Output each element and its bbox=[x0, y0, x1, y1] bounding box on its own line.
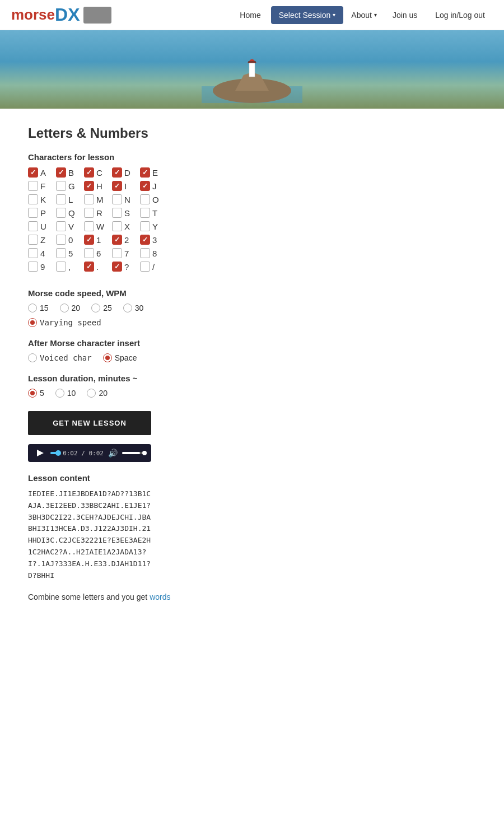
checkbox-V[interactable] bbox=[56, 221, 66, 231]
duration-5[interactable]: 5 bbox=[28, 389, 44, 398]
char-item-J[interactable]: J bbox=[140, 181, 165, 191]
duration-20[interactable]: 20 bbox=[87, 389, 108, 398]
checkbox-F[interactable] bbox=[28, 181, 38, 191]
char-item-5[interactable]: 5 bbox=[56, 248, 81, 258]
checkbox-R[interactable] bbox=[84, 208, 94, 218]
checkbox-5[interactable] bbox=[56, 248, 66, 258]
char-item-F[interactable]: F bbox=[28, 181, 53, 191]
char-item-,[interactable]: , bbox=[56, 262, 81, 272]
char-item-S[interactable]: S bbox=[112, 208, 137, 218]
volume-bar[interactable] bbox=[122, 452, 144, 454]
char-item-D[interactable]: D bbox=[112, 167, 137, 178]
checkbox-3[interactable] bbox=[140, 235, 150, 245]
checkbox-Y[interactable] bbox=[140, 221, 150, 231]
char-item-1[interactable]: 1 bbox=[84, 235, 109, 245]
char-item-N[interactable]: N bbox=[112, 194, 137, 204]
char-item-O[interactable]: O bbox=[140, 194, 165, 204]
checkbox-Z[interactable] bbox=[28, 235, 38, 245]
duration-radio-5[interactable] bbox=[28, 389, 37, 398]
char-item-K[interactable]: K bbox=[28, 194, 53, 204]
char-item-4[interactable]: 4 bbox=[28, 248, 53, 258]
char-item-7[interactable]: 7 bbox=[112, 248, 137, 258]
checkbox-0[interactable] bbox=[56, 235, 66, 245]
nav-about[interactable]: About ▾ bbox=[346, 6, 382, 24]
progress-bar[interactable] bbox=[50, 452, 58, 454]
speed-radio-25[interactable] bbox=[91, 304, 100, 312]
duration-radio-10[interactable] bbox=[55, 389, 64, 398]
char-item-6[interactable]: 6 bbox=[84, 248, 109, 258]
checkbox-4[interactable] bbox=[28, 248, 38, 258]
checkbox-G[interactable] bbox=[56, 181, 66, 191]
varying-speed-radio[interactable] bbox=[28, 318, 37, 327]
duration-10[interactable]: 10 bbox=[55, 389, 76, 398]
checkbox-2[interactable] bbox=[112, 235, 122, 245]
char-item-U[interactable]: U bbox=[28, 221, 53, 231]
char-item-/[interactable]: / bbox=[140, 262, 165, 272]
checkbox-C[interactable] bbox=[84, 167, 94, 178]
char-item-W[interactable]: W bbox=[84, 221, 109, 231]
checkbox-P[interactable] bbox=[28, 208, 38, 218]
space-radio[interactable] bbox=[103, 353, 112, 362]
volume-icon[interactable]: 🔊 bbox=[108, 449, 118, 458]
nav-home[interactable]: Home bbox=[232, 6, 268, 24]
checkbox-1[interactable] bbox=[84, 235, 94, 245]
checkbox-H[interactable] bbox=[84, 181, 94, 191]
speed-15[interactable]: 15 bbox=[28, 304, 49, 312]
char-item-G[interactable]: G bbox=[56, 181, 81, 191]
char-item-Q[interactable]: Q bbox=[56, 208, 81, 218]
checkbox-N[interactable] bbox=[112, 194, 122, 204]
checkbox-A[interactable] bbox=[28, 167, 38, 178]
char-item-8[interactable]: 8 bbox=[140, 248, 165, 258]
checkbox-6[interactable] bbox=[84, 248, 94, 258]
char-item-Z[interactable]: Z bbox=[28, 235, 53, 245]
checkbox-S[interactable] bbox=[112, 208, 122, 218]
char-item-.[interactable]: . bbox=[84, 262, 109, 272]
speed-20[interactable]: 20 bbox=[60, 304, 81, 312]
duration-radio-20[interactable] bbox=[87, 389, 96, 398]
checkbox-X[interactable] bbox=[112, 221, 122, 231]
checkbox-U[interactable] bbox=[28, 221, 38, 231]
checkbox-B[interactable] bbox=[56, 167, 66, 178]
varying-speed-option[interactable]: Varying speed bbox=[28, 318, 101, 327]
char-item-L[interactable]: L bbox=[56, 194, 81, 204]
nav-select-session[interactable]: Select Session ▾ bbox=[271, 6, 344, 24]
char-item-Y[interactable]: Y bbox=[140, 221, 165, 231]
char-item-H[interactable]: H bbox=[84, 181, 109, 191]
checkbox-M[interactable] bbox=[84, 194, 94, 204]
get-lesson-button[interactable]: GET NEW LESSON bbox=[28, 411, 151, 435]
char-item-V[interactable]: V bbox=[56, 221, 81, 231]
checkbox-D[interactable] bbox=[112, 167, 122, 178]
checkbox-.[interactable] bbox=[84, 262, 94, 272]
char-item-E[interactable]: E bbox=[140, 167, 165, 178]
char-item-2[interactable]: 2 bbox=[112, 235, 137, 245]
voiced-char-radio[interactable] bbox=[28, 353, 37, 362]
char-item-9[interactable]: 9 bbox=[28, 262, 53, 272]
char-item-R[interactable]: R bbox=[84, 208, 109, 218]
voiced-char-option[interactable]: Voiced char bbox=[28, 353, 92, 362]
checkbox-I[interactable] bbox=[112, 181, 122, 191]
speed-30[interactable]: 30 bbox=[123, 304, 144, 312]
char-item-T[interactable]: T bbox=[140, 208, 165, 218]
char-item-0[interactable]: 0 bbox=[56, 235, 81, 245]
speed-radio-15[interactable] bbox=[28, 304, 37, 312]
checkbox-T[interactable] bbox=[140, 208, 150, 218]
checkbox-Q[interactable] bbox=[56, 208, 66, 218]
char-item-I[interactable]: I bbox=[112, 181, 137, 191]
checkbox-?[interactable] bbox=[112, 262, 122, 272]
char-item-X[interactable]: X bbox=[112, 221, 137, 231]
nav-login[interactable]: Log in/Log out bbox=[427, 6, 493, 24]
checkbox-,[interactable] bbox=[56, 262, 66, 272]
char-item-M[interactable]: M bbox=[84, 194, 109, 204]
checkbox-8[interactable] bbox=[140, 248, 150, 258]
char-item-B[interactable]: B bbox=[56, 167, 81, 178]
checkbox-7[interactable] bbox=[112, 248, 122, 258]
checkbox-E[interactable] bbox=[140, 167, 150, 178]
checkbox-9[interactable] bbox=[28, 262, 38, 272]
checkbox-O[interactable] bbox=[140, 194, 150, 204]
char-item-A[interactable]: A bbox=[28, 167, 53, 178]
checkbox-L[interactable] bbox=[56, 194, 66, 204]
checkbox-K[interactable] bbox=[28, 194, 38, 204]
speed-radio-20[interactable] bbox=[60, 304, 69, 312]
char-item-C[interactable]: C bbox=[84, 167, 109, 178]
nav-join-us[interactable]: Join us bbox=[385, 6, 425, 24]
